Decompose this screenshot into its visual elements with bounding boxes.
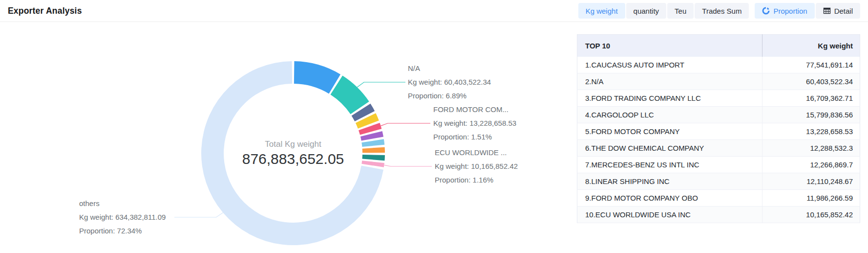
callout-leader-line [357, 82, 405, 87]
exporter-name-cell: 6.THE DOW CHEMICAL COMPANY [577, 140, 762, 157]
exporter-name-cell: 3.FORD TRADING COMPANY LLC [577, 90, 762, 107]
callout-proportion: Proportion: 1.16% [435, 173, 518, 187]
callout-name: N/A [408, 62, 491, 75]
callout-kg-weight: Kg weight: 634,382,811.09 [79, 210, 166, 224]
tab-trades-sum[interactable]: Trades Sum [695, 3, 749, 19]
table-body: 1.CAUCASUS AUTO IMPORT77,541,691.142.N/A… [577, 57, 860, 223]
kg-weight-cell: 11,986,266.59 [762, 190, 860, 207]
callout-name: ECU WORLDWIDE ... [435, 146, 518, 160]
table-row: 9.FORD MOTOR COMPANY OBO11,986,266.59 [577, 190, 860, 207]
exporter-name-cell: 2.N/A [577, 73, 762, 90]
callout-leader-line [381, 123, 431, 126]
slice-callout-ecu-worldwide-usa-inc: ECU WORLDWIDE ...Kg weight: 10,165,852.4… [435, 146, 518, 187]
tab-proportion[interactable]: Proportion [755, 3, 814, 19]
donut-slice-mercedes-benz-us-intl-inc[interactable] [361, 139, 384, 147]
callout-leader-line [174, 212, 223, 217]
kg-weight-cell: 10,165,852.42 [762, 207, 860, 223]
table-row: 10.ECU WORLDWIDE USA INC10,165,852.42 [577, 207, 860, 223]
table-row: 8.LINEAR SHIPPING INC12,110,248.67 [577, 173, 860, 190]
exporter-name-cell: 4.CARGOLOOP LLC [577, 107, 762, 123]
exporter-name-cell: 7.MERCEDES-BENZ US INTL INC [577, 157, 762, 173]
exporter-name-cell: 8.LINEAR SHIPPING INC [577, 173, 762, 190]
exporter-name-cell: 9.FORD MOTOR COMPANY OBO [577, 190, 762, 207]
kg-weight-cell: 60,403,522.34 [762, 73, 860, 90]
page-title: Exporter Analysis [8, 6, 82, 16]
callout-leader-line [384, 165, 432, 166]
donut-slice-linear-shipping-inc[interactable] [362, 147, 385, 153]
slice-callout-ford-motor-company: FORD MOTOR COM...Kg weight: 13,228,658.5… [433, 103, 516, 144]
table-row: 4.CARGOLOOP LLC15,799,836.56 [577, 107, 860, 123]
table-row: 5.FORD MOTOR COMPANY13,228,658.53 [577, 123, 860, 140]
donut-slice-ecu-worldwide-usa-inc[interactable] [361, 161, 384, 167]
donut-slice-ford-motor-company-obo[interactable] [362, 155, 385, 161]
callout-proportion: Proportion: 72.34% [79, 224, 166, 238]
table-header-row: TOP 10 Kg weight [577, 35, 860, 57]
tab-bar: Kg weightquantityTeuTrades Sum Proportio… [578, 3, 860, 19]
donut-chart: Total Kg weight 876,883,652.05 N/AKg wei… [0, 22, 569, 253]
table-row: 6.THE DOW CHEMICAL COMPANY12,288,532.3 [577, 140, 860, 157]
callout-kg-weight: Kg weight: 10,165,852.42 [435, 160, 518, 173]
tab-label: Detail [834, 7, 853, 15]
slice-callout-n-a: N/AKg weight: 60,403,522.34Proportion: 6… [408, 62, 491, 103]
table-icon [823, 7, 831, 15]
callout-proportion: Proportion: 1.51% [433, 130, 516, 144]
callout-kg-weight: Kg weight: 13,228,658.53 [433, 116, 516, 130]
view-tab-group: ProportionDetail [755, 3, 860, 19]
tab-label: Proportion [773, 7, 807, 15]
donut-slice-caucasus-auto-import[interactable] [294, 61, 340, 93]
callout-kg-weight: Kg weight: 60,403,522.34 [408, 75, 491, 89]
kg-weight-cell: 12,266,869.7 [762, 157, 860, 173]
tab-teu[interactable]: Teu [667, 3, 694, 19]
tab-quantity[interactable]: quantity [626, 3, 667, 19]
tab-detail[interactable]: Detail [816, 3, 860, 19]
table-header-top10: TOP 10 [577, 35, 762, 57]
donut-chart-icon [762, 7, 770, 15]
kg-weight-cell: 12,110,248.67 [762, 173, 860, 190]
callout-proportion: Proportion: 6.89% [408, 89, 491, 103]
table-row: 3.FORD TRADING COMPANY LLC16,709,362.71 [577, 90, 860, 107]
kg-weight-cell: 16,709,362.71 [762, 90, 860, 107]
callout-name: others [79, 197, 166, 210]
exporter-name-cell: 1.CAUCASUS AUTO IMPORT [577, 57, 762, 73]
kg-weight-cell: 77,541,691.14 [762, 57, 860, 73]
tab-kg-weight[interactable]: Kg weight [578, 3, 625, 19]
kg-weight-cell: 15,799,836.56 [762, 107, 860, 123]
page-header: Exporter Analysis Kg weightquantityTeuTr… [0, 0, 868, 22]
exporter-name-cell: 5.FORD MOTOR COMPANY [577, 123, 762, 140]
metric-tab-group: Kg weightquantityTeuTrades Sum [578, 3, 749, 19]
exporter-name-cell: 10.ECU WORLDWIDE USA INC [577, 207, 762, 223]
table-header-kg-weight: Kg weight [762, 35, 860, 57]
table-row: 2.N/A60,403,522.34 [577, 73, 860, 90]
kg-weight-cell: 12,288,532.3 [762, 140, 860, 157]
table-row: 1.CAUCASUS AUTO IMPORT77,541,691.14 [577, 57, 860, 73]
kg-weight-cell: 13,228,658.53 [762, 123, 860, 140]
slice-callout-others: othersKg weight: 634,382,811.09Proportio… [79, 197, 166, 238]
table-row: 7.MERCEDES-BENZ US INTL INC12,266,869.7 [577, 157, 860, 173]
callout-name: FORD MOTOR COM... [433, 103, 516, 116]
top10-table: TOP 10 Kg weight 1.CAUCASUS AUTO IMPORT7… [577, 34, 860, 223]
